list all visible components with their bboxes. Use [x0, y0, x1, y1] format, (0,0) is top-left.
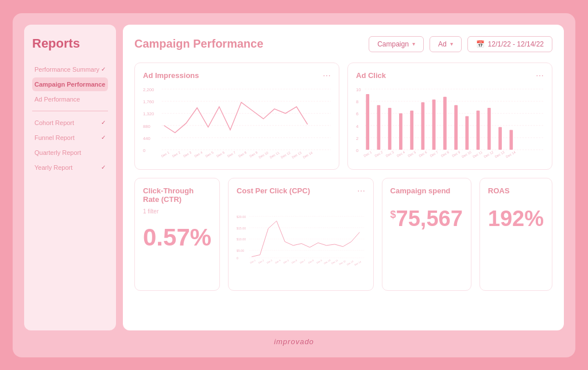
- svg-text:Dec 2: Dec 2: [172, 150, 181, 158]
- svg-text:$5.00: $5.00: [237, 249, 244, 252]
- check-icon-yearly: ✓: [101, 164, 106, 170]
- check-icon-cohort: ✓: [101, 119, 106, 126]
- svg-text:Dec 12: Dec 12: [339, 259, 346, 266]
- svg-rect-41: [399, 113, 403, 149]
- svg-text:Dec 14: Dec 14: [505, 150, 517, 158]
- cpc-card: Cost Per Click (CPC) ⋯ $20.00 $15.00 $10…: [228, 178, 373, 291]
- svg-text:Dec 11: Dec 11: [331, 259, 338, 265]
- svg-text:Dec 14: Dec 14: [302, 150, 314, 159]
- svg-text:10: 10: [356, 87, 361, 92]
- bottom-charts-row: Click-Through Rate (CTR) 1 filter 0.57% …: [134, 178, 552, 291]
- svg-text:8: 8: [356, 99, 358, 104]
- calendar-icon: 📅: [476, 40, 485, 48]
- sidebar-item-ad-performance[interactable]: Ad Performance: [32, 92, 108, 106]
- svg-text:4: 4: [356, 123, 359, 128]
- svg-text:Dec 7: Dec 7: [227, 150, 236, 158]
- svg-rect-39: [377, 105, 381, 150]
- svg-text:Dec 1: Dec 1: [363, 150, 372, 158]
- ad-click-chart: 10 8 6 4 2 0: [356, 84, 544, 159]
- svg-text:Dec 3: Dec 3: [266, 258, 273, 264]
- svg-text:Dec 13: Dec 13: [494, 150, 505, 158]
- svg-rect-43: [421, 102, 424, 150]
- svg-rect-48: [477, 110, 480, 149]
- campaign-spend-title: Campaign spend: [390, 186, 463, 195]
- campaign-filter-button[interactable]: Campaign ▾: [369, 36, 424, 52]
- svg-text:Dec 2: Dec 2: [258, 259, 264, 264]
- chevron-down-icon-2: ▾: [450, 41, 453, 47]
- svg-text:0: 0: [237, 256, 238, 260]
- ad-filter-button[interactable]: Ad ▾: [430, 36, 462, 52]
- svg-text:2,200: 2,200: [143, 87, 154, 92]
- svg-text:Dec 4: Dec 4: [274, 258, 281, 264]
- svg-text:Dec 9: Dec 9: [316, 259, 322, 264]
- svg-rect-38: [366, 94, 369, 149]
- svg-rect-44: [432, 99, 436, 150]
- svg-text:$10.00: $10.00: [237, 237, 246, 241]
- svg-rect-47: [465, 116, 469, 150]
- main-content: Campaign Performance Campaign ▾ Ad ▾ 📅 1…: [123, 25, 564, 330]
- svg-text:Dec 4: Dec 4: [396, 150, 406, 157]
- svg-rect-42: [410, 110, 413, 149]
- ad-click-title: Ad Click: [356, 71, 544, 80]
- campaign-spend-value: $75,567: [390, 207, 463, 231]
- svg-text:Dec 7: Dec 7: [430, 150, 439, 158]
- sidebar-item-yearly-report[interactable]: Yearly Report ✓: [32, 161, 108, 174]
- ad-impressions-menu[interactable]: ⋯: [323, 71, 331, 80]
- svg-text:1,760: 1,760: [143, 99, 154, 104]
- svg-rect-45: [443, 96, 447, 149]
- main-layout: Reports Performance Summary ✓ Campaign P…: [24, 25, 564, 330]
- svg-rect-49: [488, 107, 491, 149]
- ctr-subtitle: 1 filter: [143, 208, 211, 215]
- svg-text:Dec 10: Dec 10: [461, 150, 472, 158]
- top-charts-row: Ad Impressions ⋯ 2,200 1,760 1,320 880 4…: [134, 63, 552, 170]
- sidebar-item-campaign-performance[interactable]: Campaign Performance: [32, 77, 108, 91]
- ctr-card: Click-Through Rate (CTR) 1 filter 0.57%: [134, 178, 220, 291]
- ad-impressions-card: Ad Impressions ⋯ 2,200 1,760 1,320 880 4…: [134, 63, 339, 170]
- svg-text:Dec 13: Dec 13: [291, 150, 302, 158]
- svg-text:Dec 13: Dec 13: [346, 259, 354, 266]
- svg-rect-50: [498, 127, 502, 149]
- svg-text:1,320: 1,320: [143, 111, 154, 116]
- sidebar: Reports Performance Summary ✓ Campaign P…: [24, 25, 116, 330]
- ad-click-menu[interactable]: ⋯: [536, 71, 544, 80]
- svg-text:Dec 9: Dec 9: [451, 150, 461, 158]
- svg-text:0: 0: [356, 147, 358, 153]
- svg-text:Dec 4: Dec 4: [194, 150, 203, 158]
- page-title: Campaign Performance: [134, 37, 363, 50]
- svg-text:Dec 8: Dec 8: [308, 258, 315, 264]
- content-header: Campaign Performance Campaign ▾ Ad ▾ 📅 1…: [134, 36, 552, 52]
- cpc-title: Cost Per Click (CPC): [237, 186, 365, 195]
- svg-text:Dec 9: Dec 9: [249, 150, 258, 158]
- ad-click-card: Ad Click ⋯ 10 8 6 4 2 0: [347, 63, 552, 170]
- campaign-spend-card: Campaign spend $75,567: [382, 178, 471, 291]
- roas-card: ROAS 192%: [479, 178, 552, 291]
- svg-text:Dec 6: Dec 6: [418, 150, 427, 158]
- svg-text:Dec 7: Dec 7: [299, 259, 305, 264]
- svg-text:Dec 5: Dec 5: [205, 150, 214, 158]
- svg-text:Dec 12: Dec 12: [483, 150, 494, 158]
- svg-text:Dec 12: Dec 12: [280, 150, 291, 158]
- chevron-down-icon: ▾: [412, 41, 415, 47]
- sidebar-item-quarterly-report[interactable]: Quarterly Report: [32, 146, 108, 159]
- svg-text:Dec 3: Dec 3: [385, 150, 394, 158]
- svg-text:Dec 10: Dec 10: [258, 150, 269, 158]
- sidebar-item-funnel-report[interactable]: Funnel Report ✓: [32, 131, 108, 145]
- svg-text:Dec 5: Dec 5: [283, 258, 290, 264]
- svg-text:Dec 6: Dec 6: [216, 150, 225, 158]
- svg-text:Dec 5: Dec 5: [407, 150, 416, 158]
- cpc-menu[interactable]: ⋯: [357, 186, 365, 196]
- svg-text:6: 6: [356, 111, 358, 116]
- improvado-footer: improvado: [24, 337, 564, 346]
- svg-rect-40: [388, 107, 392, 149]
- sidebar-item-performance-summary[interactable]: Performance Summary ✓: [32, 63, 108, 76]
- sidebar-item-cohort-report[interactable]: Cohort Report ✓: [32, 116, 108, 130]
- cpc-chart: $20.00 $15.00 $10.00 $5.00 0: [237, 200, 365, 280]
- svg-text:Dec 3: Dec 3: [183, 150, 192, 158]
- svg-text:Dec 14: Dec 14: [354, 260, 362, 266]
- roas-title: ROAS: [488, 186, 544, 195]
- date-range-button[interactable]: 📅 12/1/22 - 12/14/22: [467, 36, 552, 52]
- svg-text:880: 880: [143, 123, 150, 128]
- roas-value: 192%: [488, 207, 544, 231]
- svg-rect-51: [509, 130, 513, 150]
- ctr-value: 0.57%: [143, 224, 211, 251]
